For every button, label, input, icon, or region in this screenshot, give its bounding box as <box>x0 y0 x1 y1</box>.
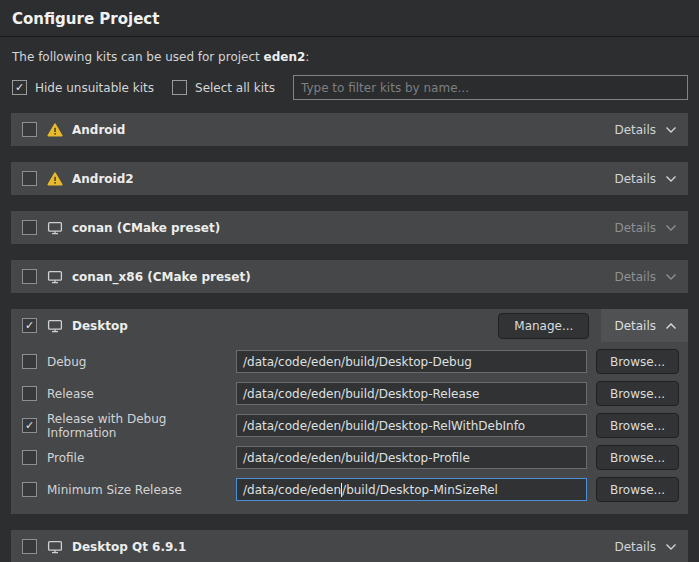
build-config-checkbox[interactable]: ✓ <box>22 418 37 433</box>
build-config-row: ✓ Release /data/code/eden/build/Desktop-… <box>22 382 679 405</box>
build-config-checkbox[interactable]: ✓ <box>22 482 37 497</box>
kit-list: ✓ Android Details ✓ And <box>11 113 688 562</box>
build-config-label: Minimum Size Release <box>47 483 236 497</box>
kit-section: ✓ conan_x86 (CMake preset) Details <box>11 260 688 293</box>
build-config-row: ✓ Profile /data/code/eden/build/Desktop-… <box>22 446 679 469</box>
intro-text-before: The following kits can be used for proje… <box>12 50 264 64</box>
browse-button[interactable]: Browse... <box>596 349 679 374</box>
kit-name: conan (CMake preset) <box>72 221 220 235</box>
kit-details-panel: ✓ Debug /data/code/eden/build/Desktop-De… <box>11 342 688 514</box>
browse-button[interactable]: Browse... <box>596 381 679 406</box>
chevron-down-icon <box>665 322 677 330</box>
kit-checkbox[interactable]: ✓ <box>22 122 37 137</box>
chevron-down-icon <box>665 224 677 232</box>
select-all-kits-checkbox[interactable]: ✓ Select all kits <box>172 80 275 95</box>
kit-checkbox[interactable]: ✓ <box>22 220 37 235</box>
details-toggle[interactable]: Details <box>601 260 688 293</box>
chevron-down-icon <box>665 126 677 134</box>
intro-text-after: : <box>305 50 309 64</box>
desktop-icon <box>47 540 63 554</box>
hide-unsuitable-kits-label: Hide unsuitable kits <box>35 81 154 95</box>
kit-filter-controls: ✓ Hide unsuitable kits ✓ Select all kits <box>12 75 688 100</box>
manage-button[interactable]: Manage... <box>498 313 589 339</box>
checkbox-box-icon: ✓ <box>172 80 187 95</box>
browse-button[interactable]: Browse... <box>596 413 679 438</box>
build-config-checkbox[interactable]: ✓ <box>22 354 37 369</box>
build-config-row: ✓ Minimum Size Release /data/code/eden/b… <box>22 478 679 501</box>
details-toggle[interactable]: Details <box>601 162 688 195</box>
build-config-label: Profile <box>47 451 236 465</box>
build-dir-input[interactable]: /data/code/eden/build/Desktop-Debug <box>236 350 587 373</box>
kit-name: Android2 <box>72 172 134 186</box>
kit-name: Android <box>72 123 125 137</box>
kit-section: ✓ conan (CMake preset) Details <box>11 211 688 244</box>
details-label: Details <box>614 123 656 137</box>
kit-row: ✓ conan_x86 (CMake preset) Details <box>11 260 688 293</box>
chevron-down-icon <box>665 175 677 183</box>
details-label: Details <box>614 221 656 235</box>
build-dir-input[interactable]: /data/code/eden/build/Desktop-Release <box>236 382 587 405</box>
build-config-checkbox[interactable]: ✓ <box>22 386 37 401</box>
kit-section: ✓ Android Details <box>11 113 688 146</box>
kit-name: Desktop <box>72 319 128 333</box>
kit-section: ✓ Desktop Manage... Details ✓ Debug /dat… <box>11 309 688 514</box>
kit-checkbox[interactable]: ✓ <box>22 539 37 554</box>
kit-row: ✓ Desktop Qt 6.9.1 Details <box>11 530 688 562</box>
build-config-label: Release with Debug Information <box>47 412 236 440</box>
kit-checkbox[interactable]: ✓ <box>22 269 37 284</box>
kit-name: conan_x86 (CMake preset) <box>72 270 251 284</box>
desktop-icon <box>47 270 63 284</box>
page-title: Configure Project <box>0 0 699 37</box>
warning-icon <box>47 172 63 186</box>
details-label: Details <box>614 270 656 284</box>
details-label: Details <box>614 319 656 333</box>
details-label: Details <box>614 172 656 186</box>
details-toggle[interactable]: Details <box>601 113 688 146</box>
build-dir-input[interactable]: /data/code/eden/build/Desktop-MinSizeRel <box>236 478 587 501</box>
details-toggle[interactable]: Details <box>601 309 688 342</box>
build-dir-input[interactable]: /data/code/eden/build/Desktop-RelWithDeb… <box>236 414 587 437</box>
build-config-row: ✓ Release with Debug Information /data/c… <box>22 414 679 437</box>
kit-row: ✓ conan (CMake preset) Details <box>11 211 688 244</box>
desktop-icon <box>47 319 63 333</box>
kit-name: Desktop Qt 6.9.1 <box>72 540 186 554</box>
kit-checkbox[interactable]: ✓ <box>22 171 37 186</box>
hide-unsuitable-kits-checkbox[interactable]: ✓ Hide unsuitable kits <box>12 80 154 95</box>
details-toggle[interactable]: Details <box>601 530 688 562</box>
build-dir-input[interactable]: /data/code/eden/build/Desktop-Profile <box>236 446 587 469</box>
checkbox-box-icon: ✓ <box>12 80 27 95</box>
browse-button[interactable]: Browse... <box>596 477 679 502</box>
warning-icon <box>47 123 63 137</box>
kit-row: ✓ Desktop Manage... Details <box>11 309 688 342</box>
kit-row: ✓ Android2 Details <box>11 162 688 195</box>
build-config-checkbox[interactable]: ✓ <box>22 450 37 465</box>
desktop-icon <box>47 221 63 235</box>
kit-section: ✓ Desktop Qt 6.9.1 Details <box>11 530 688 562</box>
details-label: Details <box>614 540 656 554</box>
kit-checkbox[interactable]: ✓ <box>22 318 37 333</box>
select-all-kits-label: Select all kits <box>195 81 275 95</box>
kit-filter-input[interactable] <box>293 75 688 100</box>
project-name: eden2 <box>264 50 306 64</box>
kit-section: ✓ Android2 Details <box>11 162 688 195</box>
details-toggle[interactable]: Details <box>601 211 688 244</box>
intro-text: The following kits can be used for proje… <box>12 50 687 64</box>
kit-row: ✓ Android Details <box>11 113 688 146</box>
build-config-label: Debug <box>47 355 236 369</box>
chevron-down-icon <box>665 543 677 551</box>
browse-button[interactable]: Browse... <box>596 445 679 470</box>
build-config-row: ✓ Debug /data/code/eden/build/Desktop-De… <box>22 350 679 373</box>
build-config-label: Release <box>47 387 236 401</box>
chevron-down-icon <box>665 273 677 281</box>
